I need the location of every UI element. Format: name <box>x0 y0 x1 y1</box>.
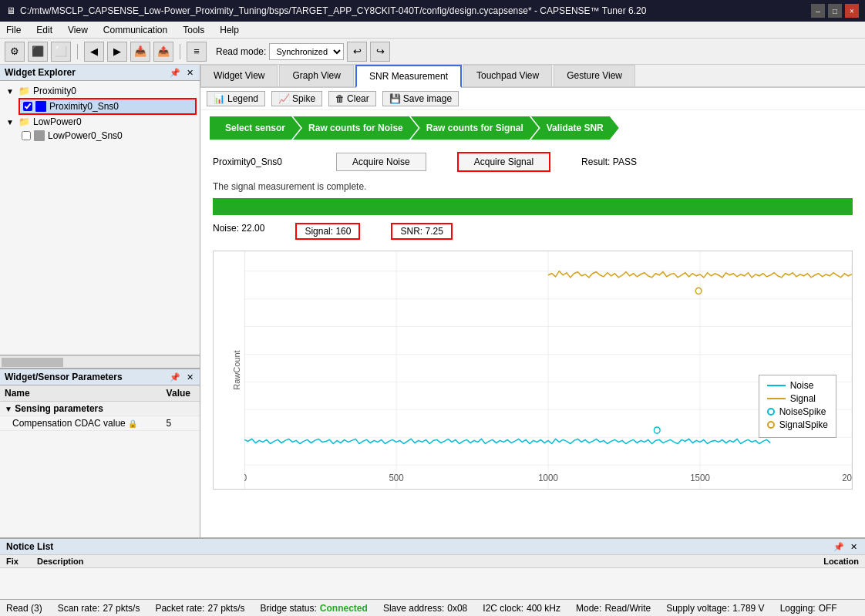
legend-icon: 📊 <box>214 93 225 104</box>
tab-touchpad-view[interactable]: Touchpad View <box>463 65 552 86</box>
menu-communication[interactable]: Communication <box>100 23 170 37</box>
notice-col-fix: Fix <box>6 557 37 566</box>
svg-text:2000: 2000 <box>842 472 852 483</box>
settings-button[interactable]: ⚙ <box>5 42 25 62</box>
sensor-icon-lowpower0-sns0 <box>34 130 45 141</box>
stop-button[interactable]: ⬛ <box>28 42 48 62</box>
chart-inner: RawCount <box>213 251 853 490</box>
step-validate-snr[interactable]: Validate SNR <box>539 116 619 140</box>
tree-item-lowpower0-sns0[interactable]: LowPower0_Sns0 <box>19 129 197 143</box>
menu-bar: File Edit View Communication Tools Help <box>0 22 865 39</box>
notice-list: Notice List 📌 ✕ Fix Description Location <box>0 537 865 599</box>
status-message: The signal measurement is complete. <box>200 178 865 195</box>
menu-edit[interactable]: Edit <box>33 23 56 37</box>
sensor-params-header: Widget/Sensor Parameters 📌 ✕ <box>0 369 200 385</box>
sensor-name-label: Proximity0_Sns0 <box>213 157 305 167</box>
result-label: Result: PASS <box>581 157 637 167</box>
menu-help[interactable]: Help <box>217 23 242 37</box>
menu-view[interactable]: View <box>65 23 91 37</box>
checkbox-proximity0-sns0[interactable] <box>23 102 32 111</box>
step-select-sensor[interactable]: Select sensor <box>210 116 301 140</box>
noise-spike-dot <box>654 427 660 433</box>
toolbar: ⚙ ⬛ ⬜ ◀ ▶ 📥 📤 ≡ Read mode: Synchronized … <box>0 39 865 65</box>
sensor-params-close[interactable]: ✕ <box>185 372 195 382</box>
legend-item-signal: Signal <box>767 393 828 404</box>
svg-text:0: 0 <box>244 472 247 483</box>
tree-item-proximity0[interactable]: ▼ 📁 Proximity0 <box>3 84 197 98</box>
prev-button[interactable]: ◀ <box>84 42 104 62</box>
tab-widget-view[interactable]: Widget View <box>200 65 278 86</box>
legend-label-signal: Signal <box>790 393 816 404</box>
title-bar: 🖥 C:/mtw/MSCLP_CAPSENSE_Low-Power_Proxim… <box>0 0 865 22</box>
undo-button[interactable]: ↩ <box>347 42 367 62</box>
legend-button[interactable]: 📊 Legend <box>207 91 265 106</box>
noise-line <box>244 439 770 443</box>
legend-line-noise <box>767 385 786 386</box>
pause-button[interactable]: ⬜ <box>51 42 71 62</box>
notice-list-pin[interactable]: 📌 <box>832 542 846 552</box>
svg-text:500: 500 <box>389 472 404 483</box>
legend-dot-noise-spike <box>767 408 775 416</box>
widget-explorer-close[interactable]: ✕ <box>185 68 195 78</box>
status-logging: Logging: OFF <box>780 603 837 614</box>
legend-label-noise-spike: NoiseSpike <box>779 406 826 417</box>
step-raw-counts-signal[interactable]: Raw counts for Signal <box>419 116 539 140</box>
list-button[interactable]: ≡ <box>187 42 207 62</box>
flow-steps: Select sensor Raw counts for Noise Raw c… <box>200 110 865 146</box>
save-image-button[interactable]: 💾 Save image <box>382 91 459 106</box>
spike-button[interactable]: 📈 Spike <box>271 91 322 106</box>
menu-tools[interactable]: Tools <box>180 23 207 37</box>
expander-proximity0[interactable]: ▼ <box>6 87 15 96</box>
sensor-params-pin[interactable]: 📌 <box>168 372 182 382</box>
snr-value: 7.25 <box>425 226 443 237</box>
main-layout: Widget Explorer 📌 ✕ ▼ 📁 Proximity0 Prox <box>0 65 865 537</box>
progress-area <box>200 195 865 218</box>
signal-spike-dot <box>695 288 702 294</box>
step-box-raw-counts-noise: Raw counts for Noise <box>293 116 419 140</box>
tree-item-proximity0-sns0[interactable]: Proximity0_Sns0 <box>19 98 197 115</box>
metrics-row: Noise: 22.00 Signal: 160 SNR: 7.25 <box>200 218 865 244</box>
status-slave-address: Slave address: 0x08 <box>383 603 467 614</box>
minimize-button[interactable]: – <box>811 4 825 18</box>
noise-value: 22.00 <box>241 223 264 234</box>
notice-list-close[interactable]: ✕ <box>849 542 859 552</box>
snr-metric-box: SNR: 7.25 <box>391 223 452 240</box>
tree-item-lowpower0[interactable]: ▼ 📁 LowPower0 <box>3 115 197 129</box>
tree-container: ▼ 📁 Proximity0 Proximity0_Sns0 ▼ 📁 LowPo… <box>0 81 200 146</box>
acquire-signal-button[interactable]: Acquire Signal <box>457 152 550 172</box>
close-button[interactable]: × <box>845 4 859 18</box>
acquire-noise-button[interactable]: Acquire Noise <box>336 153 426 171</box>
step-box-validate-snr: Validate SNR <box>531 116 619 140</box>
menu-file[interactable]: File <box>3 23 24 37</box>
clear-button[interactable]: 🗑 Clear <box>328 91 376 106</box>
tab-graph-view[interactable]: Graph View <box>279 65 353 86</box>
svg-text:1500: 1500 <box>690 472 710 483</box>
widget-explorer-pin[interactable]: 📌 <box>168 68 182 78</box>
redo-button[interactable]: ↪ <box>370 42 390 62</box>
tree-label-lowpower0-sns0: LowPower0_Sns0 <box>48 130 123 141</box>
notice-col-location: Location <box>797 557 859 566</box>
tab-snr-measurement[interactable]: SNR Measurement <box>355 65 462 88</box>
app-icon: 🖥 <box>6 5 15 16</box>
tab-gesture-view[interactable]: Gesture View <box>554 65 635 86</box>
legend-line-signal <box>767 398 786 399</box>
next-button[interactable]: ▶ <box>107 42 127 62</box>
status-bar: Read (3) Scan rate: 27 pkts/s Packet rat… <box>0 599 865 616</box>
read-mode-select[interactable]: Synchronized Free running <box>269 43 344 60</box>
sidebar-scrollbar[interactable] <box>0 355 200 368</box>
separator-2 <box>180 44 180 59</box>
step-box-select-sensor: Select sensor <box>210 116 301 140</box>
tree-label-proximity0-sns0: Proximity0_Sns0 <box>49 101 119 112</box>
legend-item-signal-spike: SignalSpike <box>767 419 828 430</box>
maximize-button[interactable]: □ <box>828 4 842 18</box>
separator-1 <box>77 44 78 59</box>
export-button[interactable]: 📤 <box>153 42 173 62</box>
expander-lowpower0[interactable]: ▼ <box>6 118 15 126</box>
title-text: C:/mtw/MSCLP_CAPSENSE_Low-Power_Proximit… <box>20 5 646 16</box>
import-button[interactable]: 📥 <box>130 42 150 62</box>
step-raw-counts-noise[interactable]: Raw counts for Noise <box>301 116 419 140</box>
tree-label-proximity0: Proximity0 <box>33 86 76 96</box>
folder-icon-proximity0: 📁 <box>19 86 30 96</box>
checkbox-lowpower0-sns0[interactable] <box>22 131 31 140</box>
signal-metric-box: Signal: 160 <box>295 223 360 240</box>
